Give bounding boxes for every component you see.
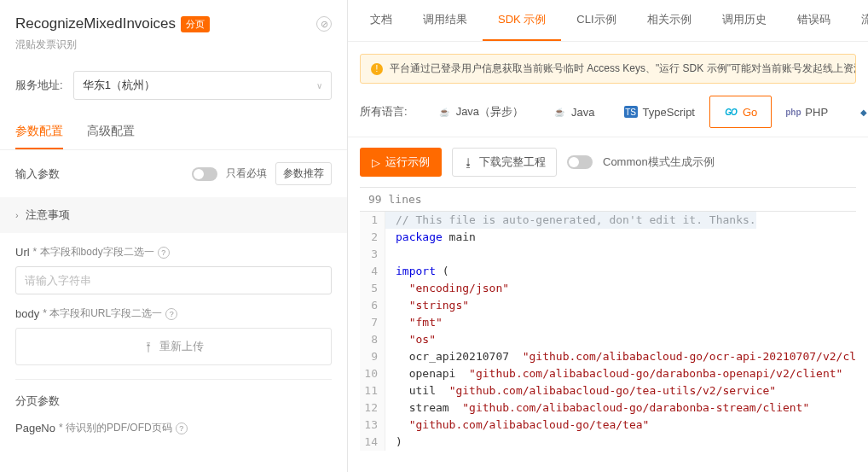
- tab-param-config[interactable]: 参数配置: [15, 115, 63, 149]
- api-subtitle: 混贴发票识别: [15, 38, 332, 52]
- code-line: 14): [360, 434, 856, 451]
- code-viewer: 99 lines 1// This file is auto-generated…: [360, 187, 856, 472]
- tab-advanced-config[interactable]: 高级配置: [87, 115, 135, 149]
- code-line: 12 stream "github.com/alibabacloud-go/da…: [360, 399, 856, 417]
- warning-text: 平台通过已登录用户信息获取当前账号临时 Access Keys、"运行 SDK …: [390, 61, 856, 76]
- lang-tab-java[interactable]: ☕Java: [538, 96, 609, 128]
- warning-alert: ! 平台通过已登录用户信息获取当前账号临时 Access Keys、"运行 SD…: [360, 54, 856, 84]
- body-field-label: body: [15, 307, 39, 320]
- chevron-right-icon: ›: [15, 210, 19, 220]
- input-params-title: 输入参数: [15, 166, 60, 182]
- lang-tab-ts[interactable]: TSTypeScript: [610, 96, 709, 128]
- help-icon[interactable]: ?: [158, 247, 170, 259]
- lock-icon: ⊘: [316, 16, 332, 32]
- notice-collapse[interactable]: › 注意事项: [0, 197, 347, 233]
- paging-badge: 分页: [181, 16, 210, 32]
- lang-tab-java[interactable]: ☕Java（异步）: [423, 96, 538, 128]
- lang-label: Java: [571, 106, 594, 119]
- body-field-hint: * 本字段和URL字段二选一: [43, 306, 162, 321]
- go-icon: GO: [724, 106, 738, 118]
- right-tab-3[interactable]: CLI示例: [561, 0, 631, 41]
- right-panel: 文档调用结果SDK 示例CLI示例相关示例调用历史错误码流程 ! 平台通过已登录…: [348, 0, 868, 472]
- download-icon: ⭳: [463, 156, 474, 169]
- lang-label: Go: [743, 106, 757, 119]
- lang-label: PHP: [805, 106, 828, 119]
- php-icon: php: [786, 106, 800, 118]
- left-tabs: 参数配置 高级配置: [0, 115, 347, 150]
- only-required-toggle[interactable]: [192, 167, 217, 181]
- chevron-down-icon: ∨: [316, 81, 322, 90]
- right-tab-2[interactable]: SDK 示例: [483, 0, 561, 41]
- pageno-field-label: PageNo: [15, 422, 55, 434]
- code-line: 5 "encoding/json": [360, 280, 856, 297]
- code-line: 10 openapi "github.com/alibabacloud-go/d…: [360, 365, 856, 382]
- common-mode-label: Common模式生成示例: [603, 154, 715, 170]
- api-title: RecognizeMixedInvoices: [15, 15, 176, 32]
- right-tab-0[interactable]: 文档: [355, 0, 408, 41]
- languages-label: 所有语言:: [360, 104, 408, 119]
- code-body[interactable]: 1// This file is auto-generated, don't e…: [360, 212, 856, 472]
- url-input[interactable]: [15, 266, 332, 294]
- param-recommend-button[interactable]: 参数推荐: [275, 162, 332, 185]
- code-line: 7 "fmt": [360, 314, 856, 331]
- page-params-title: 分页参数: [15, 393, 332, 409]
- url-field-hint: * 本字段和body字段二选一: [33, 245, 154, 259]
- url-field-label: Url: [15, 246, 30, 259]
- code-line: 8 "os": [360, 331, 856, 348]
- region-value: 华东1（杭州）: [83, 78, 155, 93]
- play-icon: ▷: [372, 156, 380, 169]
- upload-label: 重新上传: [159, 339, 204, 354]
- code-line: 4import (: [360, 263, 856, 280]
- code-line: 1// This file is auto-generated, don't e…: [360, 212, 856, 229]
- code-line: 11 util "github.com/alibabacloud-go/tea-…: [360, 382, 856, 399]
- help-icon[interactable]: ?: [165, 308, 177, 320]
- pageno-field-hint: * 待识别的PDF/OFD页码: [59, 421, 172, 435]
- lang-tab-php[interactable]: phpPHP: [772, 96, 842, 128]
- code-line: 2package main: [360, 229, 856, 246]
- code-line: 3: [360, 246, 856, 263]
- notice-title: 注意事项: [26, 207, 70, 223]
- help-icon[interactable]: ?: [176, 422, 188, 434]
- region-label: 服务地址:: [15, 78, 63, 93]
- code-line: 6 "strings": [360, 297, 856, 314]
- code-line: 9 ocr_api20210707 "github.com/alibabaclo…: [360, 348, 856, 365]
- lang-label: Java（异步）: [456, 104, 524, 119]
- py-icon: ◆: [857, 106, 868, 118]
- only-required-label: 只看必填: [226, 166, 267, 181]
- body-upload-button[interactable]: ⭱ 重新上传: [15, 328, 332, 365]
- lang-tab-py[interactable]: ◆Pytho: [842, 96, 868, 128]
- right-tab-1[interactable]: 调用结果: [408, 0, 483, 41]
- region-select[interactable]: 华东1（杭州） ∨: [73, 71, 332, 100]
- right-tabs: 文档调用结果SDK 示例CLI示例相关示例调用历史错误码流程: [348, 0, 868, 42]
- code-line: 13 "github.com/alibabacloud-go/tea/tea": [360, 417, 856, 434]
- code-line-count: 99 lines: [360, 188, 856, 212]
- lang-tab-go[interactable]: GOGo: [709, 96, 772, 128]
- right-tab-5[interactable]: 调用历史: [707, 0, 782, 41]
- lang-label: TypeScript: [643, 106, 695, 119]
- language-tabs: 所有语言: ☕Java（异步）☕JavaTSTypeScriptGOGophpP…: [348, 92, 868, 137]
- right-tab-4[interactable]: 相关示例: [632, 0, 707, 41]
- java-icon: ☕: [553, 106, 566, 118]
- warning-icon: !: [371, 63, 383, 75]
- run-example-button[interactable]: ▷ 运行示例: [360, 148, 442, 177]
- common-mode-toggle[interactable]: [567, 155, 593, 169]
- download-project-button[interactable]: ⭳ 下载完整工程: [452, 148, 557, 177]
- ts-icon: TS: [624, 106, 638, 118]
- left-panel: RecognizeMixedInvoices 分页 ⊘ 混贴发票识别 服务地址:…: [0, 0, 348, 472]
- java-icon: ☕: [437, 106, 451, 118]
- upload-icon: ⭱: [143, 341, 154, 353]
- right-tab-7[interactable]: 流程: [846, 0, 868, 41]
- right-tab-6[interactable]: 错误码: [782, 0, 846, 41]
- download-project-label: 下载完整工程: [479, 154, 546, 170]
- run-example-label: 运行示例: [385, 154, 430, 170]
